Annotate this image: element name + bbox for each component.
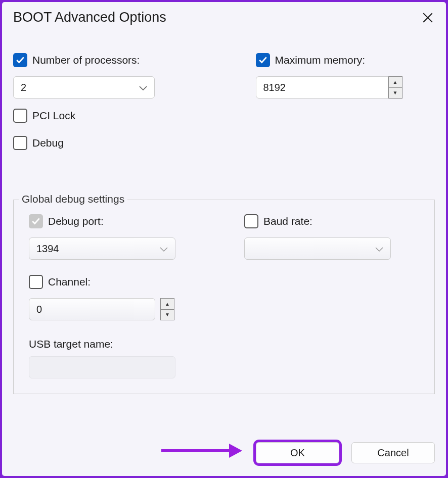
arrow-head-icon [229, 444, 242, 458]
debug-port-value: 1394 [36, 243, 59, 255]
cancel-button[interactable]: Cancel [351, 442, 435, 463]
title-bar: BOOT Advanced Options [13, 10, 435, 25]
global-debug-fieldset: Global debug settings Debug port: 1394 B… [13, 200, 435, 394]
channel-checkbox[interactable] [29, 275, 43, 289]
channel-label: Channel: [48, 276, 91, 288]
processors-label: Number of processors: [32, 54, 140, 66]
spinner-down-button[interactable]: ▼ [161, 310, 174, 320]
processors-checkbox[interactable] [13, 53, 27, 67]
check-icon [16, 56, 25, 65]
processors-col: Number of processors: 2 PCI Lock Debug [13, 53, 193, 159]
memory-checkbox[interactable] [256, 53, 270, 67]
ok-button[interactable]: OK [256, 442, 339, 463]
baud-rate-dropdown[interactable] [244, 237, 391, 260]
spinner-down-button[interactable]: ▼ [389, 88, 402, 99]
usb-target-label: USB target name: [29, 338, 113, 350]
debug-checkbox[interactable] [13, 136, 27, 150]
check-icon [31, 217, 40, 226]
debug-row: Debug [13, 136, 193, 150]
channel-row: Channel: [29, 275, 419, 289]
spinner-up-button[interactable]: ▲ [161, 299, 174, 310]
chevron-down-icon [375, 243, 383, 255]
debug-port-label: Debug port: [48, 215, 104, 227]
chevron-down-icon [160, 243, 168, 255]
global-debug-legend: Global debug settings [19, 193, 127, 205]
debug-port-col: Debug port: 1394 [29, 214, 204, 260]
chevron-down-icon [139, 82, 147, 93]
debug-label: Debug [32, 137, 64, 149]
baud-rate-label: Baud rate: [263, 215, 312, 227]
extra-checkboxes: PCI Lock Debug [13, 109, 193, 159]
debug-port-checkbox[interactable] [29, 214, 43, 228]
pci-lock-checkbox[interactable] [13, 109, 27, 123]
top-options-row: Number of processors: 2 PCI Lock Debug [13, 53, 435, 159]
memory-col: Maximum memory: 8192 ▲ ▼ [256, 53, 435, 159]
boot-advanced-options-dialog: BOOT Advanced Options Number of processo… [2, 2, 446, 476]
debug-port-row: Debug port: [29, 214, 204, 228]
close-button[interactable] [421, 11, 435, 25]
debug-port-dropdown[interactable]: 1394 [29, 237, 175, 260]
close-icon [423, 13, 433, 23]
usb-target-section: USB target name: [29, 338, 419, 378]
memory-checkbox-row: Maximum memory: [256, 53, 435, 67]
baud-rate-checkbox[interactable] [244, 214, 258, 228]
check-icon [258, 56, 267, 65]
annotation-arrow [161, 446, 242, 456]
dialog-buttons: OK Cancel [256, 442, 435, 463]
memory-label: Maximum memory: [275, 54, 366, 66]
pci-lock-label: PCI Lock [32, 110, 75, 122]
channel-input[interactable]: 0 [29, 298, 155, 320]
channel-section: Channel: 0 ▲ ▼ [29, 275, 419, 320]
dialog-title: BOOT Advanced Options [13, 10, 166, 25]
processors-dropdown[interactable]: 2 [13, 76, 155, 99]
memory-input[interactable]: 8192 [256, 76, 388, 99]
processors-value: 2 [21, 82, 26, 93]
usb-target-input[interactable] [29, 356, 175, 378]
baud-rate-col: Baud rate: [244, 214, 419, 260]
memory-spinner-buttons: ▲ ▼ [388, 76, 402, 99]
channel-spinner: 0 ▲ ▼ [29, 298, 175, 320]
channel-spinner-buttons: ▲ ▼ [160, 298, 174, 320]
processors-checkbox-row: Number of processors: [13, 53, 193, 67]
arrow-line [161, 449, 229, 452]
pci-lock-row: PCI Lock [13, 109, 193, 123]
spinner-up-button[interactable]: ▲ [389, 77, 402, 88]
baud-rate-row: Baud rate: [244, 214, 419, 228]
memory-spinner: 8192 ▲ ▼ [256, 76, 402, 99]
